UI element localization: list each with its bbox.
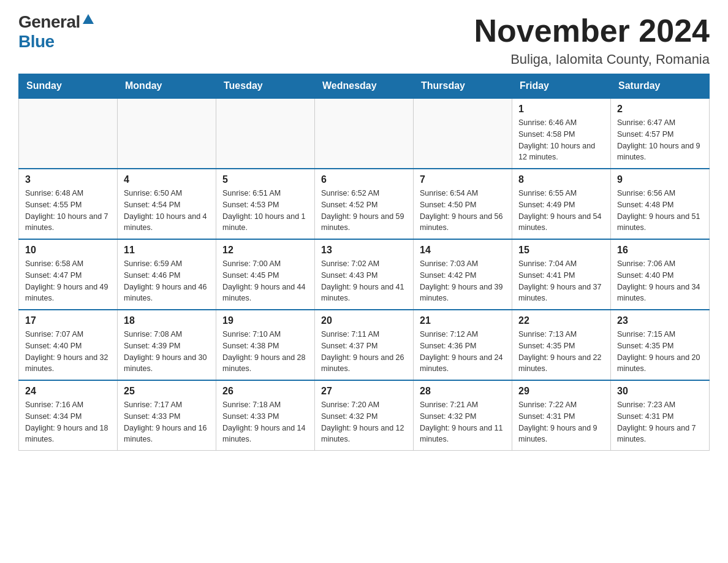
calendar-cell: 9Sunrise: 6:56 AMSunset: 4:48 PMDaylight… bbox=[611, 169, 710, 239]
title-section: November 2024 Buliga, Ialomita County, R… bbox=[474, 12, 710, 67]
calendar-cell: 11Sunrise: 6:59 AMSunset: 4:46 PMDayligh… bbox=[118, 239, 216, 310]
day-number: 13 bbox=[321, 245, 407, 256]
day-info: Sunrise: 7:21 AMSunset: 4:32 PMDaylight:… bbox=[420, 399, 506, 445]
day-info: Sunrise: 7:17 AMSunset: 4:33 PMDaylight:… bbox=[124, 399, 210, 445]
day-info: Sunrise: 6:58 AMSunset: 4:47 PMDaylight:… bbox=[25, 258, 111, 304]
calendar-cell: 12Sunrise: 7:00 AMSunset: 4:45 PMDayligh… bbox=[216, 239, 315, 310]
calendar-header-tuesday: Tuesday bbox=[216, 74, 315, 99]
calendar-cell bbox=[414, 98, 512, 169]
day-info: Sunrise: 6:51 AMSunset: 4:53 PMDaylight:… bbox=[222, 188, 308, 234]
calendar-cell: 25Sunrise: 7:17 AMSunset: 4:33 PMDayligh… bbox=[118, 380, 216, 451]
calendar-cell: 6Sunrise: 6:52 AMSunset: 4:52 PMDaylight… bbox=[315, 169, 414, 239]
day-number: 4 bbox=[124, 174, 210, 185]
calendar-cell: 10Sunrise: 6:58 AMSunset: 4:47 PMDayligh… bbox=[19, 239, 118, 310]
day-number: 2 bbox=[617, 104, 703, 115]
day-info: Sunrise: 7:18 AMSunset: 4:33 PMDaylight:… bbox=[222, 399, 308, 445]
calendar-week-4: 17Sunrise: 7:07 AMSunset: 4:40 PMDayligh… bbox=[19, 310, 710, 380]
day-info: Sunrise: 7:02 AMSunset: 4:43 PMDaylight:… bbox=[321, 258, 407, 304]
day-number: 14 bbox=[420, 245, 506, 256]
calendar-header-thursday: Thursday bbox=[414, 74, 512, 99]
day-number: 16 bbox=[617, 245, 703, 256]
calendar-week-2: 3Sunrise: 6:48 AMSunset: 4:55 PMDaylight… bbox=[19, 169, 710, 239]
calendar-cell: 8Sunrise: 6:55 AMSunset: 4:49 PMDaylight… bbox=[512, 169, 611, 239]
calendar-cell bbox=[315, 98, 414, 169]
day-number: 23 bbox=[617, 315, 703, 326]
day-number: 27 bbox=[321, 386, 407, 397]
calendar-cell: 28Sunrise: 7:21 AMSunset: 4:32 PMDayligh… bbox=[414, 380, 512, 451]
calendar-header-row: SundayMondayTuesdayWednesdayThursdayFrid… bbox=[19, 74, 710, 99]
calendar-cell: 2Sunrise: 6:47 AMSunset: 4:57 PMDaylight… bbox=[611, 98, 710, 169]
calendar-cell: 19Sunrise: 7:10 AMSunset: 4:38 PMDayligh… bbox=[216, 310, 315, 380]
day-number: 17 bbox=[25, 315, 111, 326]
day-number: 7 bbox=[420, 174, 506, 185]
day-info: Sunrise: 6:52 AMSunset: 4:52 PMDaylight:… bbox=[321, 188, 407, 234]
calendar-cell: 17Sunrise: 7:07 AMSunset: 4:40 PMDayligh… bbox=[19, 310, 118, 380]
calendar-cell: 27Sunrise: 7:20 AMSunset: 4:32 PMDayligh… bbox=[315, 380, 414, 451]
day-info: Sunrise: 7:12 AMSunset: 4:36 PMDaylight:… bbox=[420, 329, 506, 375]
calendar-cell: 5Sunrise: 6:51 AMSunset: 4:53 PMDaylight… bbox=[216, 169, 315, 239]
calendar-week-5: 24Sunrise: 7:16 AMSunset: 4:34 PMDayligh… bbox=[19, 380, 710, 451]
calendar-cell bbox=[118, 98, 216, 169]
day-number: 20 bbox=[321, 315, 407, 326]
day-info: Sunrise: 6:47 AMSunset: 4:57 PMDaylight:… bbox=[617, 117, 703, 163]
day-info: Sunrise: 6:46 AMSunset: 4:58 PMDaylight:… bbox=[518, 117, 604, 163]
day-info: Sunrise: 7:16 AMSunset: 4:34 PMDaylight:… bbox=[25, 399, 111, 445]
calendar-cell: 7Sunrise: 6:54 AMSunset: 4:50 PMDaylight… bbox=[414, 169, 512, 239]
day-number: 22 bbox=[518, 315, 604, 326]
calendar-header-wednesday: Wednesday bbox=[315, 74, 414, 99]
day-info: Sunrise: 7:22 AMSunset: 4:31 PMDaylight:… bbox=[518, 399, 604, 445]
calendar-cell: 16Sunrise: 7:06 AMSunset: 4:40 PMDayligh… bbox=[611, 239, 710, 310]
day-number: 18 bbox=[124, 315, 210, 326]
day-info: Sunrise: 7:11 AMSunset: 4:37 PMDaylight:… bbox=[321, 329, 407, 375]
calendar-cell bbox=[19, 98, 118, 169]
day-info: Sunrise: 7:00 AMSunset: 4:45 PMDaylight:… bbox=[222, 258, 308, 304]
day-info: Sunrise: 6:48 AMSunset: 4:55 PMDaylight:… bbox=[25, 188, 111, 234]
logo-triangle-icon bbox=[82, 13, 95, 26]
calendar-week-1: 1Sunrise: 6:46 AMSunset: 4:58 PMDaylight… bbox=[19, 98, 710, 169]
calendar-cell: 21Sunrise: 7:12 AMSunset: 4:36 PMDayligh… bbox=[414, 310, 512, 380]
day-number: 9 bbox=[617, 174, 703, 185]
calendar-cell: 26Sunrise: 7:18 AMSunset: 4:33 PMDayligh… bbox=[216, 380, 315, 451]
day-number: 19 bbox=[222, 315, 308, 326]
logo: General Blue bbox=[18, 12, 95, 52]
calendar-cell: 14Sunrise: 7:03 AMSunset: 4:42 PMDayligh… bbox=[414, 239, 512, 310]
day-number: 8 bbox=[518, 174, 604, 185]
calendar-cell: 29Sunrise: 7:22 AMSunset: 4:31 PMDayligh… bbox=[512, 380, 611, 451]
calendar-cell: 3Sunrise: 6:48 AMSunset: 4:55 PMDaylight… bbox=[19, 169, 118, 239]
day-number: 1 bbox=[518, 104, 604, 115]
calendar-header-sunday: Sunday bbox=[19, 74, 118, 99]
day-info: Sunrise: 7:07 AMSunset: 4:40 PMDaylight:… bbox=[25, 329, 111, 375]
day-number: 15 bbox=[518, 245, 604, 256]
logo-general-text: General bbox=[18, 12, 80, 32]
svg-marker-0 bbox=[83, 14, 94, 24]
day-info: Sunrise: 6:55 AMSunset: 4:49 PMDaylight:… bbox=[518, 188, 604, 234]
day-info: Sunrise: 7:04 AMSunset: 4:41 PMDaylight:… bbox=[518, 258, 604, 304]
day-number: 5 bbox=[222, 174, 308, 185]
calendar-cell: 18Sunrise: 7:08 AMSunset: 4:39 PMDayligh… bbox=[118, 310, 216, 380]
calendar-cell: 23Sunrise: 7:15 AMSunset: 4:35 PMDayligh… bbox=[611, 310, 710, 380]
day-info: Sunrise: 6:54 AMSunset: 4:50 PMDaylight:… bbox=[420, 188, 506, 234]
day-number: 10 bbox=[25, 245, 111, 256]
calendar-cell: 13Sunrise: 7:02 AMSunset: 4:43 PMDayligh… bbox=[315, 239, 414, 310]
day-info: Sunrise: 7:20 AMSunset: 4:32 PMDaylight:… bbox=[321, 399, 407, 445]
calendar-header-monday: Monday bbox=[118, 74, 216, 99]
day-info: Sunrise: 7:13 AMSunset: 4:35 PMDaylight:… bbox=[518, 329, 604, 375]
day-info: Sunrise: 7:03 AMSunset: 4:42 PMDaylight:… bbox=[420, 258, 506, 304]
day-info: Sunrise: 6:50 AMSunset: 4:54 PMDaylight:… bbox=[124, 188, 210, 234]
day-number: 30 bbox=[617, 386, 703, 397]
day-number: 24 bbox=[25, 386, 111, 397]
day-number: 12 bbox=[222, 245, 308, 256]
logo-blue-text: Blue bbox=[18, 32, 55, 52]
day-number: 29 bbox=[518, 386, 604, 397]
calendar-table: SundayMondayTuesdayWednesdayThursdayFrid… bbox=[18, 74, 710, 451]
day-number: 25 bbox=[124, 386, 210, 397]
calendar-cell: 24Sunrise: 7:16 AMSunset: 4:34 PMDayligh… bbox=[19, 380, 118, 451]
day-number: 6 bbox=[321, 174, 407, 185]
month-title: November 2024 bbox=[474, 12, 710, 49]
calendar-cell: 15Sunrise: 7:04 AMSunset: 4:41 PMDayligh… bbox=[512, 239, 611, 310]
calendar-header-friday: Friday bbox=[512, 74, 611, 99]
day-number: 11 bbox=[124, 245, 210, 256]
day-info: Sunrise: 7:15 AMSunset: 4:35 PMDaylight:… bbox=[617, 329, 703, 375]
day-info: Sunrise: 7:08 AMSunset: 4:39 PMDaylight:… bbox=[124, 329, 210, 375]
calendar-cell: 4Sunrise: 6:50 AMSunset: 4:54 PMDaylight… bbox=[118, 169, 216, 239]
